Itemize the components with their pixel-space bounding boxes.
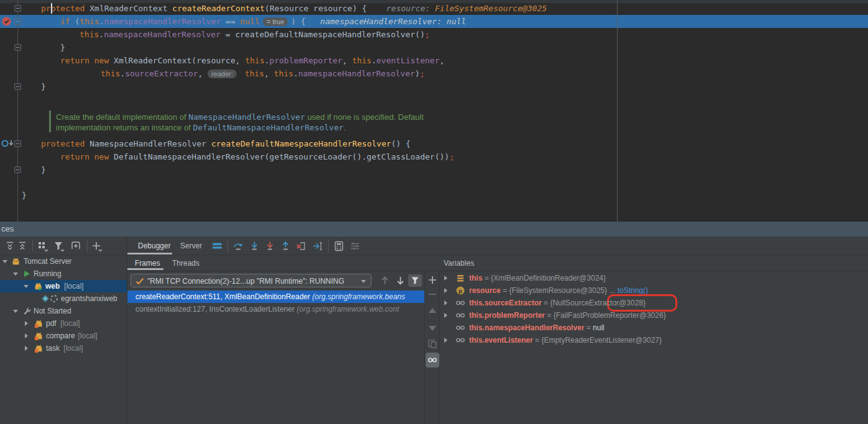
- ide-window: protected XmlReaderContext createReaderC…: [0, 0, 868, 424]
- tomcat-stopped-icon: [34, 344, 43, 353]
- step-into-icon[interactable]: [249, 241, 260, 251]
- equals: =: [584, 323, 593, 332]
- collapse-all-icon[interactable]: [17, 241, 27, 251]
- chevron-right-icon[interactable]: [444, 288, 447, 293]
- run-to-cursor-icon[interactable]: [312, 241, 324, 251]
- tomcat-icon: [11, 257, 21, 266]
- code-line[interactable]: return new XmlReaderContext(resource, th…: [60, 54, 444, 67]
- drop-frame-icon[interactable]: [296, 241, 306, 251]
- tree-label: web: [45, 282, 60, 291]
- move-watch-up-icon[interactable]: [427, 306, 437, 316]
- chevron-right-icon[interactable]: [444, 338, 447, 343]
- code-line-execution[interactable]: if (this.namespaceHandlerResolver == nul…: [60, 15, 466, 29]
- evaluate-expression-icon[interactable]: [334, 241, 344, 251]
- tab-server[interactable]: Server: [180, 241, 202, 250]
- variable-value: null: [593, 323, 605, 332]
- tree-row-artifact[interactable]: egrantshanxiweb: [0, 292, 127, 305]
- variable-row-event-listener[interactable]: this.eventListener = {EmptyReaderEventLi…: [439, 334, 868, 346]
- thread-dropdown[interactable]: "RMI TCP Connection(2)-12...up "RMI Runt…: [130, 274, 372, 287]
- chevron-right-icon[interactable]: [25, 333, 28, 338]
- tree-row-not-started[interactable]: Not Started: [0, 305, 127, 317]
- move-watch-down-icon[interactable]: [427, 323, 437, 333]
- tree-label: compare: [46, 332, 75, 340]
- code-line[interactable]: this.namespaceHandlerResolver = createDe…: [80, 28, 430, 41]
- fold-marker[interactable]: [14, 44, 21, 51]
- tree-row-pdf[interactable]: pdf [local]: [0, 317, 127, 330]
- add-frame-icon[interactable]: [70, 241, 82, 251]
- add-service-icon[interactable]: [91, 241, 103, 252]
- code-line[interactable]: }: [22, 189, 27, 202]
- chevron-down-icon[interactable]: [24, 285, 29, 288]
- add-watch-icon[interactable]: [427, 275, 437, 285]
- frame-row[interactable]: contextInitialized:127, IrisContextLoade…: [127, 303, 424, 315]
- hide-frames-button[interactable]: [408, 274, 422, 287]
- variable-row-namespace-handler-resolver[interactable]: this.namespaceHandlerResolver = null: [439, 322, 868, 334]
- toolwindow-title: ces: [1, 224, 14, 233]
- tree-row-web-selected[interactable]: web [local]: [0, 280, 127, 292]
- wrench-icon: [23, 307, 32, 315]
- code-line[interactable]: protected XmlReaderContext createReaderC…: [41, 2, 547, 15]
- tab-frames-underline: [127, 268, 163, 270]
- chevron-down-icon[interactable]: [13, 310, 18, 313]
- equals: =: [533, 336, 542, 345]
- variable-row-resource[interactable]: p resource = {FileSystemResource@3025} .…: [439, 284, 868, 297]
- show-watches-icon[interactable]: [427, 355, 437, 365]
- tab-threads[interactable]: Threads: [172, 259, 199, 268]
- doc-render-icon[interactable]: [1, 139, 15, 148]
- chevron-right-icon[interactable]: [444, 313, 447, 318]
- code-line[interactable]: return new DefaultNamespaceHandlerResolv…: [60, 150, 454, 163]
- tab-frames[interactable]: Frames: [135, 259, 160, 268]
- tab-debugger[interactable]: Debugger: [138, 241, 171, 250]
- code-editor[interactable]: protected XmlReaderContext createReaderC…: [0, 0, 868, 222]
- frame-row-selected[interactable]: createReaderContext:511, XmlBeanDefiniti…: [127, 291, 424, 303]
- chevron-right-icon[interactable]: [444, 276, 447, 281]
- chevron-down-icon[interactable]: [2, 260, 7, 263]
- tree-row-running[interactable]: Running: [0, 268, 127, 280]
- code-line[interactable]: protected NamespaceHandlerResolver creat…: [41, 137, 411, 150]
- step-over-icon[interactable]: [233, 241, 244, 251]
- code-line[interactable]: }: [41, 163, 46, 176]
- code-line[interactable]: }: [60, 41, 65, 54]
- variable-row-this[interactable]: this = {XmlBeanDefinitionReader@3024}: [439, 272, 868, 284]
- fold-marker[interactable]: [14, 166, 21, 173]
- layout-settings-icon[interactable]: [350, 241, 360, 251]
- chevron-right-icon[interactable]: [444, 300, 447, 305]
- variable-row-problem-reporter[interactable]: this.problemReporter = {FailFastProblemR…: [439, 309, 868, 322]
- layout-menu-icon[interactable]: [212, 241, 222, 251]
- force-step-into-icon[interactable]: [265, 241, 275, 251]
- fold-marker[interactable]: [14, 5, 21, 12]
- chevron-right-icon[interactable]: [25, 321, 28, 326]
- rendered-doc-bar: [49, 111, 51, 132]
- tree-row-tomcat-server[interactable]: Tomcat Server: [0, 255, 127, 268]
- remove-watch-icon[interactable]: [427, 289, 437, 299]
- expand-all-icon[interactable]: [5, 241, 15, 251]
- code-line[interactable]: this.sourceExtractor, reader: this, this…: [101, 67, 425, 81]
- fold-marker[interactable]: [14, 140, 21, 147]
- variable-row-source-extractor[interactable]: this.sourceExtractor = {NullSourceExtrac…: [439, 297, 868, 309]
- toolwindow-header[interactable]: ces: [0, 222, 868, 237]
- tree-row-compare[interactable]: compare [local]: [0, 330, 127, 342]
- watch-icon: [455, 335, 465, 345]
- step-out-icon[interactable]: [280, 241, 291, 251]
- duplicate-watch-icon[interactable]: [427, 339, 437, 349]
- tree-row-task[interactable]: task [local]: [0, 342, 127, 354]
- this-icon: [455, 273, 465, 283]
- breakpoint-verified-icon[interactable]: [2, 17, 11, 26]
- group-by-icon[interactable]: [37, 241, 48, 252]
- fold-marker[interactable]: [14, 83, 21, 90]
- prev-frame-icon[interactable]: [380, 276, 390, 286]
- right-margin-guide: [617, 0, 618, 222]
- filter-icon[interactable]: [53, 241, 65, 252]
- fold-marker[interactable]: [14, 18, 21, 25]
- tomcat-stopped-icon: [34, 332, 43, 341]
- watch-icon: [455, 323, 465, 333]
- watch-icon: [455, 310, 465, 320]
- chevron-down-icon[interactable]: [13, 273, 18, 276]
- watch-icon: [455, 298, 465, 308]
- code-line[interactable]: }: [41, 80, 46, 93]
- watches-toolbar: [424, 271, 439, 424]
- chevron-right-icon[interactable]: [25, 346, 28, 351]
- next-frame-icon[interactable]: [396, 276, 405, 286]
- frames-panel: "RMI TCP Connection(2)-12...up "RMI Runt…: [127, 271, 424, 424]
- tostring-link[interactable]: toString(): [618, 286, 648, 295]
